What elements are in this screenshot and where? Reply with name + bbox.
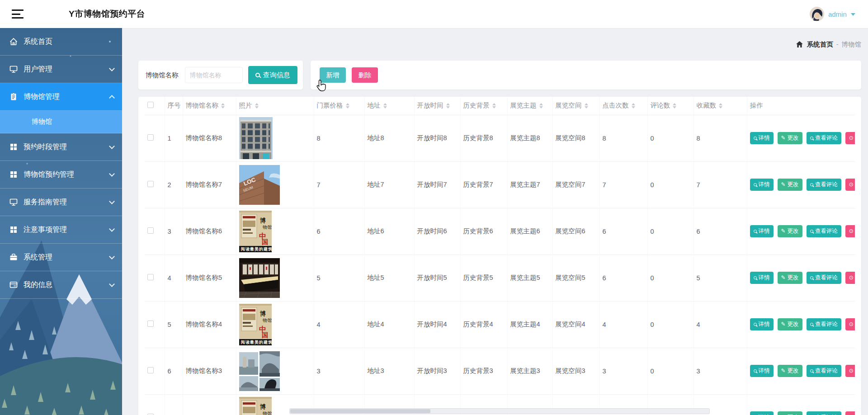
sort-arrows-icon[interactable] (632, 103, 635, 108)
sidebar-item-1[interactable]: 用户管理 (0, 56, 122, 83)
museum-photo[interactable]: LOC SEUM (239, 165, 280, 205)
sort-arrows-icon[interactable] (383, 103, 387, 108)
edit-button[interactable]: ✎更改 (778, 411, 802, 415)
edit-button[interactable]: ✎更改 (778, 272, 802, 284)
edit-button[interactable]: ✎更改 (778, 179, 802, 191)
column-header-hist[interactable]: 历史背景 (460, 97, 507, 115)
sort-arrows-icon[interactable] (539, 103, 543, 108)
query-button[interactable]: 查询信息 (248, 66, 298, 84)
detail-button[interactable]: 详情 (750, 272, 774, 284)
column-header-price[interactable]: 门票价格 (314, 97, 364, 115)
column-header-clicks[interactable]: 点击次数 (599, 97, 647, 115)
sort-arrows-icon[interactable] (673, 103, 676, 108)
remove-button[interactable]: ⊙移除 (845, 318, 855, 330)
hamburger-menu-icon[interactable] (12, 9, 24, 19)
column-header-name[interactable]: 博物馆名称 (183, 97, 236, 115)
user-menu[interactable]: admin (810, 7, 855, 21)
sort-arrows-icon[interactable] (492, 103, 496, 108)
column-header-cmt[interactable]: 评论数 (647, 97, 693, 115)
museum-photo[interactable] (239, 117, 273, 159)
grid-icon (9, 142, 18, 151)
detail-button[interactable]: 详情 (750, 225, 774, 237)
sidebar-item-4[interactable]: 博物馆预约管理 (0, 161, 122, 189)
detail-button[interactable]: 详情 (750, 179, 774, 191)
remove-button[interactable]: ⊙移除 (845, 272, 855, 284)
avatar[interactable] (810, 7, 824, 21)
view-comments-button[interactable]: 查看评论 (807, 365, 841, 377)
column-header-label: 评论数 (651, 102, 670, 109)
delete-button[interactable]: 删除 (352, 67, 378, 83)
scrollbar-thumb[interactable] (290, 409, 430, 413)
column-header-photo[interactable]: 照片 (236, 97, 314, 115)
search-field-label: 博物馆名称 (146, 71, 179, 80)
sidebar-item-6[interactable]: 注意事项管理 (0, 216, 122, 244)
search-icon (810, 137, 813, 140)
detail-button[interactable]: 详情 (750, 365, 774, 377)
sort-arrows-icon[interactable] (585, 103, 588, 108)
sort-arrows-icon[interactable] (446, 103, 450, 108)
edit-button[interactable]: ✎更改 (778, 318, 802, 330)
sort-arrows-icon[interactable] (346, 103, 349, 108)
cell-ticket-price: 6 (314, 208, 364, 255)
detail-button[interactable]: 详情 (750, 318, 774, 330)
cell-space: 展览空间7 (552, 161, 599, 208)
pencil-icon: ✎ (781, 368, 786, 373)
row-checkbox[interactable] (147, 227, 154, 234)
remove-button[interactable]: ⊙移除 (845, 132, 855, 144)
museum-photo[interactable]: 博 物馆 中 国 阅读最美的建筑 (239, 304, 272, 345)
museum-photo[interactable]: 博 物馆 中 国 阅读最美的建筑 (239, 211, 272, 252)
edit-button[interactable]: ✎更改 (778, 225, 802, 237)
add-button[interactable]: 新增 (320, 67, 346, 83)
view-comments-button[interactable]: 查看评论 (807, 272, 841, 284)
sort-arrows-icon[interactable] (221, 103, 225, 108)
view-comments-button[interactable]: 查看评论 (807, 132, 841, 144)
column-header-time[interactable]: 开放时间 (414, 97, 460, 115)
horizontal-scrollbar[interactable] (289, 408, 710, 414)
column-header-label: 操作 (750, 102, 763, 109)
sort-arrows-icon[interactable] (255, 103, 259, 108)
cell-operations: 详情 ✎更改 查看评论 ⊙移除 (747, 301, 855, 348)
sidebar-item-8[interactable]: 我的信息 (0, 271, 122, 299)
view-comments-button[interactable]: 查看评论 (807, 179, 841, 191)
sidebar-subitem-博物馆[interactable]: 博物馆 (0, 111, 122, 133)
view-comments-button[interactable]: 查看评论 (807, 318, 841, 330)
detail-button[interactable]: 详情 (750, 132, 774, 144)
select-all-checkbox[interactable] (147, 102, 154, 108)
pencil-icon: ✎ (781, 228, 786, 234)
cell-open-time: 开放时间4 (414, 301, 460, 348)
sidebar-item-2[interactable]: 博物馆管理 (0, 83, 122, 111)
remove-button[interactable]: ⊙移除 (845, 225, 855, 237)
sidebar-item-5[interactable]: 服务指南管理 (0, 189, 122, 216)
remove-button[interactable]: ⊙移除 (845, 179, 855, 191)
breadcrumb-home[interactable]: 系统首页 (807, 40, 833, 49)
museum-name-input[interactable] (185, 67, 243, 83)
column-header-theme[interactable]: 展览主题 (507, 97, 552, 115)
row-checkbox[interactable] (147, 321, 154, 327)
cell-comments: 0 (647, 348, 693, 394)
column-header-space[interactable]: 展览空间 (552, 97, 599, 115)
detail-button[interactable]: 详情 (750, 411, 774, 415)
museum-photo[interactable] (239, 351, 280, 391)
edit-button[interactable]: ✎更改 (778, 365, 802, 377)
column-header-label: 博物馆名称 (186, 102, 219, 109)
view-comments-button[interactable]: 查看评论 (807, 411, 841, 415)
view-comments-button[interactable]: 查看评论 (807, 225, 841, 237)
row-checkbox[interactable] (147, 181, 154, 187)
sidebar-item-3[interactable]: 预约时段管理 (0, 133, 122, 161)
cell-address: 地址6 (364, 208, 414, 255)
edit-button[interactable]: ✎更改 (778, 132, 802, 144)
sort-arrows-icon[interactable] (719, 103, 722, 108)
row-checkbox[interactable] (147, 134, 154, 141)
remove-button[interactable]: ⊙移除 (845, 411, 855, 415)
remove-button[interactable]: ⊙移除 (845, 365, 855, 377)
museum-photo[interactable]: 博 物馆 中 国 阅读最美的建筑 (239, 397, 272, 415)
sidebar-item-label: 博物馆管理 (24, 92, 110, 102)
row-checkbox[interactable] (147, 367, 154, 373)
museum-photo[interactable] (239, 258, 280, 298)
row-checkbox[interactable] (147, 274, 154, 280)
column-header-fav[interactable]: 收藏数 (693, 97, 747, 115)
column-header-addr[interactable]: 地址 (364, 97, 414, 115)
sidebar-item-0[interactable]: 系统首页 (0, 28, 122, 56)
sidebar-item-label: 我的信息 (24, 280, 110, 290)
sidebar-item-7[interactable]: 系统管理 (0, 244, 122, 271)
